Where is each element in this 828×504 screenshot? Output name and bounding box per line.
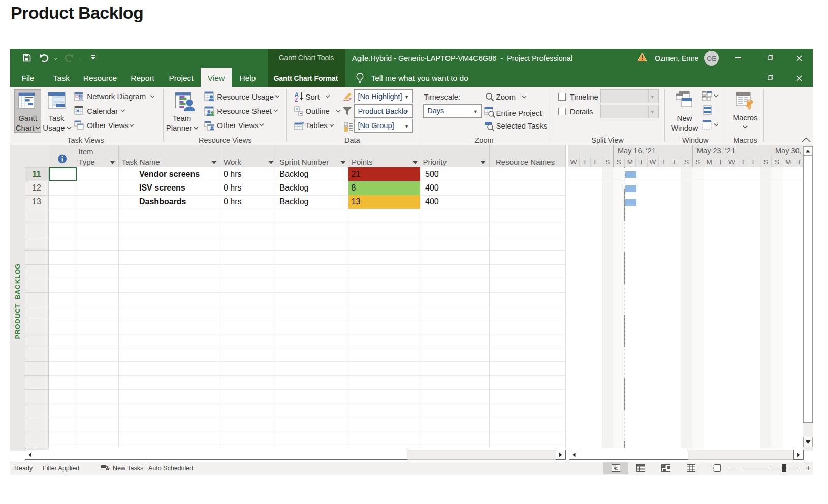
svg-text:Z: Z: [295, 97, 298, 103]
